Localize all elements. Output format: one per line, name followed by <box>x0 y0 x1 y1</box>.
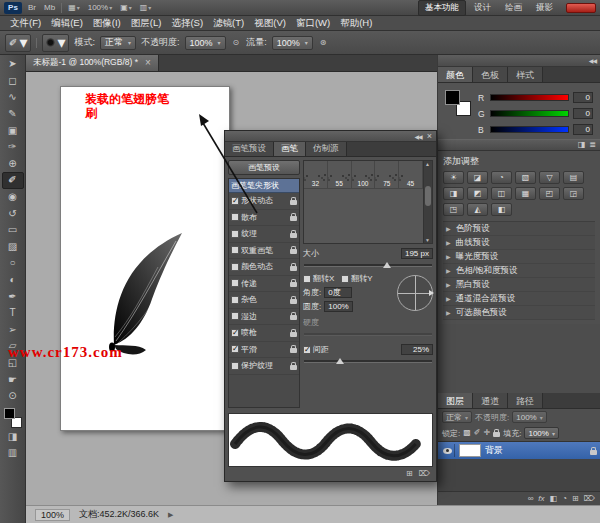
adjustment-icon[interactable]: ☀ <box>443 171 464 184</box>
adjustment-icon[interactable]: ▧ <box>515 171 536 184</box>
channel-value-field[interactable]: 0 <box>573 92 593 103</box>
layer-thumbnail[interactable] <box>459 444 481 457</box>
zoom-field[interactable]: 100% <box>35 509 70 521</box>
preset-row[interactable]: ▶ 色相/饱和度预设 <box>443 264 595 278</box>
collapse-panels-icon[interactable]: ◀◀ <box>589 57 596 64</box>
clone-stamp-tool[interactable]: ◉ <box>2 189 24 206</box>
checkbox[interactable] <box>231 230 239 238</box>
lock-icon[interactable] <box>290 332 297 337</box>
document-tab[interactable]: 未标题-1 @ 100%(RGB/8) * × <box>26 55 159 71</box>
lock-position-icon[interactable]: ✛ <box>484 429 491 437</box>
brush-tip-cell[interactable]: 75 <box>375 161 399 189</box>
history-brush-tool[interactable]: ↺ <box>2 205 24 222</box>
menu-file[interactable]: 文件(F) <box>5 17 46 30</box>
mask-panel-icon[interactable]: ◨ <box>578 141 586 149</box>
zoom-level-dropdown[interactable]: 100%▾ <box>86 3 114 13</box>
mode-select[interactable]: 正常▾ <box>100 36 136 50</box>
brush-option-row[interactable]: 保护纹理 <box>229 358 299 375</box>
scrollbar-thumb[interactable] <box>425 186 431 206</box>
screen-mode-icon[interactable]: ▥▾ <box>138 3 154 13</box>
pen-tool[interactable]: ✒ <box>2 288 24 305</box>
marquee-tool[interactable]: ◻ <box>2 73 24 90</box>
preset-row[interactable]: ▶ 曲线预设 <box>443 236 595 250</box>
checkbox[interactable] <box>231 213 239 221</box>
size-slider[interactable] <box>304 261 432 269</box>
preset-row[interactable]: ▶ 黑白预设 <box>443 278 595 292</box>
foreground-color-swatch[interactable] <box>4 408 15 419</box>
flip-x-checkbox[interactable]: 翻转X <box>303 273 334 284</box>
lock-icon[interactable] <box>290 266 297 271</box>
lock-all-icon[interactable] <box>493 432 500 437</box>
menu-help[interactable]: 帮助(H) <box>335 17 377 30</box>
lock-icon[interactable] <box>290 249 297 254</box>
brush-tip-cell[interactable]: 55 <box>328 161 352 189</box>
brush-option-row[interactable]: 颜色动态 <box>229 259 299 276</box>
menu-layer[interactable]: 图层(L) <box>126 17 167 30</box>
channel-value-field[interactable]: 0 <box>573 108 593 119</box>
checkbox[interactable] <box>231 329 239 337</box>
cs-live-button[interactable] <box>566 3 596 13</box>
adjustment-icon[interactable]: ▤ <box>563 171 584 184</box>
brush-option-row[interactable]: 纹理 <box>229 226 299 243</box>
quick-mask-button[interactable]: ◨ <box>2 428 24 445</box>
brush-option-row[interactable]: 双重画笔 <box>229 243 299 260</box>
disclosure-triangle-icon[interactable]: ▶ <box>446 281 451 288</box>
tab-clone-source[interactable]: 仿制源 <box>306 142 347 156</box>
preset-row[interactable]: ▶ 色阶预设 <box>443 222 595 236</box>
flip-y-checkbox[interactable]: 翻转Y <box>341 273 372 284</box>
brush-tool[interactable]: ✐ <box>2 172 24 189</box>
lock-icon[interactable] <box>290 299 297 304</box>
disclosure-triangle-icon[interactable]: ▶ <box>446 267 451 274</box>
tool-preset-picker[interactable]: ✐▾ <box>5 34 31 52</box>
workspace-photography[interactable]: 摄影 <box>530 1 559 15</box>
eyedropper-tool[interactable]: ✑ <box>2 139 24 156</box>
layer-name[interactable]: 背景 <box>485 444 586 457</box>
workspace-design[interactable]: 设计 <box>468 1 497 15</box>
view-extras-icon[interactable]: ▦▾ <box>66 3 82 13</box>
menu-view[interactable]: 视图(V) <box>249 17 291 30</box>
spacing-slider[interactable] <box>304 357 432 365</box>
delete-layer-icon[interactable]: ⌦ <box>584 495 595 503</box>
lock-pixels-icon[interactable]: ✐ <box>474 429 481 437</box>
status-flyout-icon[interactable]: ▶ <box>168 511 173 519</box>
tab-channels[interactable]: 通道 <box>473 393 508 408</box>
arrange-documents-icon[interactable]: ▣▾ <box>118 3 134 13</box>
adjustment-icon[interactable]: ◨ <box>443 187 464 200</box>
adjustment-icon[interactable]: ◲ <box>563 187 584 200</box>
workspace-essentials[interactable]: 基本功能 <box>418 0 466 16</box>
tab-layers[interactable]: 图层 <box>438 393 473 408</box>
type-tool[interactable]: T <box>2 305 24 322</box>
brush-option-row[interactable]: 杂色 <box>229 292 299 309</box>
airbrush-icon[interactable]: ⊛ <box>318 38 329 48</box>
layer-styles-icon[interactable]: fx <box>538 495 544 503</box>
checkbox[interactable] <box>231 263 239 271</box>
layer-row[interactable]: 背景 <box>438 442 600 459</box>
checkbox[interactable] <box>231 345 239 353</box>
panel-menu-icon[interactable]: ≣ <box>589 141 596 149</box>
link-layers-icon[interactable]: ∞ <box>528 495 534 503</box>
menu-image[interactable]: 图像(I) <box>88 17 126 30</box>
move-tool[interactable]: ➤ <box>2 56 24 73</box>
adjustment-icon[interactable]: ◔ <box>491 171 512 184</box>
tab-brush[interactable]: 画笔 <box>274 142 306 156</box>
spacing-checkbox[interactable]: 间距 <box>303 344 329 355</box>
add-mask-icon[interactable]: ◧ <box>550 495 558 503</box>
lock-icon[interactable] <box>290 348 297 353</box>
checkbox[interactable] <box>231 246 239 254</box>
channel-slider[interactable] <box>490 94 569 101</box>
checkbox[interactable] <box>231 296 239 304</box>
preset-row[interactable]: ▶ 通道混合器预设 <box>443 292 595 306</box>
adjustment-icon[interactable]: ▦ <box>515 187 536 200</box>
brush-panel-titlebar[interactable]: ◀◀ × <box>225 131 436 142</box>
lock-icon[interactable] <box>290 365 297 370</box>
healing-brush-tool[interactable]: ⊕ <box>2 156 24 173</box>
lock-transparency-icon[interactable]: ▩ <box>463 429 471 437</box>
brush-option-row[interactable]: 传递 <box>229 276 299 293</box>
adjustment-icon[interactable]: ◳ <box>443 203 464 216</box>
screen-mode-button[interactable]: ▥ <box>2 445 24 462</box>
lasso-tool[interactable]: ∿ <box>2 89 24 106</box>
foreground-background-swatches[interactable] <box>445 90 471 116</box>
checkbox[interactable] <box>231 279 239 287</box>
new-adjustment-icon[interactable]: ◔ <box>562 495 567 503</box>
lock-icon[interactable] <box>290 233 297 238</box>
